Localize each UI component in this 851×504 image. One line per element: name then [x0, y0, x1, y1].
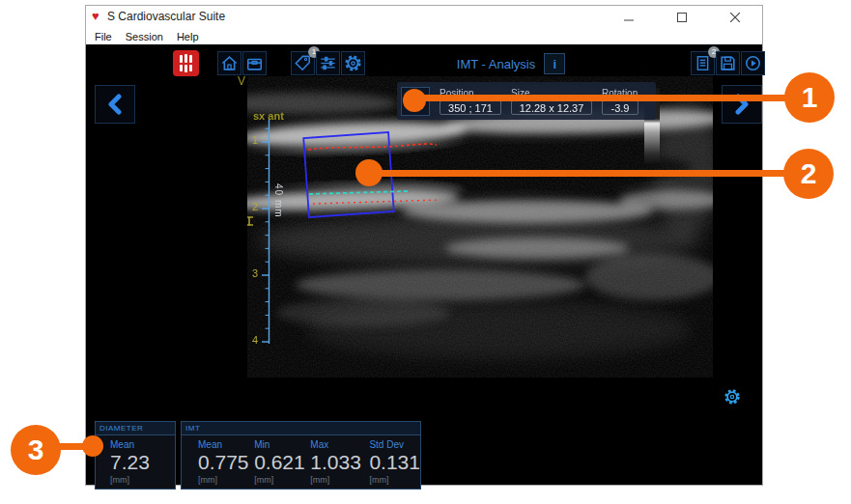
minimize-icon	[624, 13, 634, 22]
ruler-label-2: 2	[242, 201, 258, 212]
ruler-label-1: 1	[242, 134, 258, 146]
ultrasound-image[interactable]	[247, 76, 713, 378]
size-value-field[interactable]: 12.28 x 12.37	[511, 100, 592, 115]
menu-help[interactable]: Help	[177, 31, 199, 42]
diameter-mean-column: Mean 7.23 [mm]	[110, 435, 150, 485]
archive-button[interactable]	[242, 51, 267, 75]
settings-sliders-button[interactable]	[316, 51, 340, 75]
info-button[interactable]: i	[544, 53, 565, 74]
save-icon	[719, 54, 737, 72]
heart-logo-icon: ♥	[92, 9, 99, 23]
gear-icon	[344, 54, 362, 72]
save-button[interactable]	[716, 51, 740, 75]
diameter-panel: DIAMETER Mean 7.23 [mm]	[95, 421, 176, 490]
report-icon	[694, 54, 712, 72]
app-logo-icon	[173, 50, 199, 76]
menu-bar: File Session Help	[86, 28, 762, 44]
probe-orientation-marker: V	[238, 74, 245, 88]
stat-label: Min	[254, 439, 310, 450]
view-title: IMT - Analysis	[457, 57, 535, 71]
callout-3-circle: 3	[11, 425, 61, 475]
diameter-panel-title: DIAMETER	[96, 422, 175, 435]
callout-2-line	[369, 170, 784, 177]
imt-max-column: Max 1.033 [mm]	[310, 435, 369, 485]
close-button[interactable]	[719, 6, 752, 28]
minimize-button[interactable]	[612, 6, 645, 28]
stat-value: 0.131	[369, 451, 420, 474]
speckle-noise	[247, 76, 713, 378]
stat-unit: [mm]	[310, 475, 369, 485]
imt-panel: IMT Mean 0.775 [mm] Min 0.621 [mm] Max 1…	[181, 421, 421, 490]
gear-icon	[723, 388, 741, 406]
stat-label: Mean	[110, 439, 150, 450]
ruler-unit-label: 40 mm	[273, 183, 284, 218]
prev-image-button[interactable]	[95, 85, 135, 124]
tag-icon	[294, 54, 312, 72]
home-button[interactable]	[217, 51, 241, 75]
stat-unit: [mm]	[110, 475, 150, 485]
stat-label: Mean	[198, 439, 254, 450]
tag-button[interactable]: 1	[291, 51, 315, 75]
close-icon	[730, 13, 740, 22]
stat-label: Max	[310, 439, 369, 450]
callout-number: 2	[801, 157, 817, 190]
play-circle-icon	[744, 54, 762, 72]
stat-value: 1.033	[310, 451, 369, 474]
menu-file[interactable]: File	[95, 31, 112, 42]
imt-mean-column: Mean 0.775 [mm]	[198, 435, 254, 485]
stat-value: 0.775	[198, 451, 254, 474]
imt-panel-title: IMT	[182, 422, 420, 435]
orientation-label: sx ant	[253, 110, 284, 122]
window-title: S Cardiovascular Suite	[107, 10, 225, 23]
callout-1-circle: 1	[784, 72, 835, 123]
ruler-label-4: 4	[242, 334, 258, 346]
app-logo-button[interactable]	[173, 50, 199, 76]
title-bar[interactable]: ♥ S Cardiovascular Suite	[86, 6, 762, 28]
export-run-button[interactable]	[741, 51, 765, 75]
callout-2-circle: 2	[783, 149, 834, 199]
next-image-button[interactable]	[722, 85, 762, 124]
archive-icon	[245, 54, 264, 72]
home-icon	[220, 54, 239, 72]
page: ♥ S Cardiovascular Suite File Session He…	[0, 0, 851, 504]
callout-number: 3	[28, 434, 44, 466]
info-icon: i	[553, 57, 556, 71]
report-button[interactable]: 2	[691, 51, 715, 75]
sliders-icon	[319, 54, 337, 72]
callout-1-line	[414, 95, 787, 101]
stat-label: Std Dev	[369, 439, 420, 450]
maximize-icon	[677, 13, 687, 22]
rotation-value-field[interactable]: -3.9	[602, 100, 638, 115]
position-value-field[interactable]: 350 ; 171	[440, 100, 501, 115]
image-settings-button[interactable]	[722, 386, 743, 407]
view-title-group: IMT - Analysis i	[400, 51, 622, 76]
imt-stddev-column: Std Dev 0.131 [mm]	[369, 435, 420, 485]
stat-unit: [mm]	[369, 475, 420, 485]
stat-unit: [mm]	[198, 475, 254, 485]
stat-value: 0.621	[254, 451, 310, 474]
callout-number: 1	[802, 81, 818, 114]
maximize-button[interactable]	[666, 6, 698, 28]
app-window: ♥ S Cardiovascular Suite File Session He…	[85, 5, 763, 486]
menu-session[interactable]: Session	[126, 31, 163, 42]
imt-min-column: Min 0.621 [mm]	[254, 435, 310, 485]
stat-value: 7.23	[110, 451, 150, 474]
ruler-label-3: 3	[242, 267, 258, 279]
preferences-gear-button[interactable]	[341, 51, 365, 75]
callout-3-dot	[82, 435, 103, 457]
stat-unit: [mm]	[254, 475, 310, 485]
chevron-left-icon	[106, 94, 124, 115]
